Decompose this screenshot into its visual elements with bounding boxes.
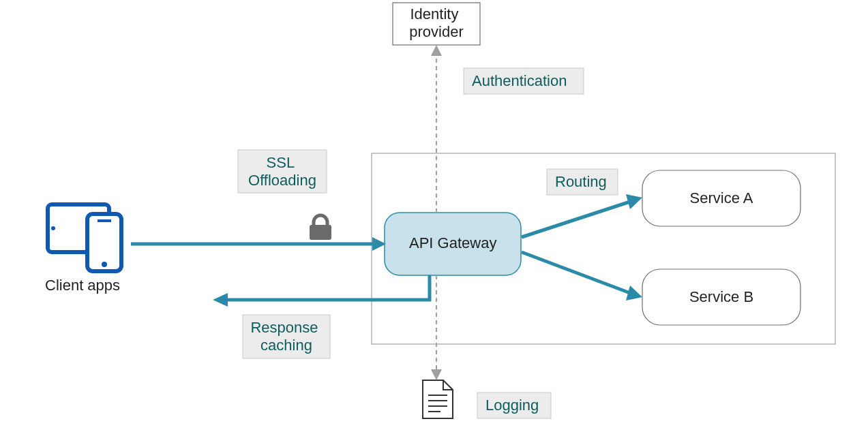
logging-tag: Logging [477,392,551,418]
arrow-client-to-gateway [131,237,386,251]
svg-text:Identity
      provider: Identity provider [409,5,463,40]
lock-icon [310,215,331,240]
svg-marker-32 [431,369,442,380]
arrow-gateway-to-service-b [522,252,642,300]
authentication-tag: Authentication [464,68,584,94]
identity-provider-label-line1: Identity [410,5,458,22]
routing-tag-label: Routing [555,173,607,190]
api-gateway-node: API Gateway [385,213,521,275]
authentication-tag-label: Authentication [472,72,567,89]
service-b-label: Service B [689,288,753,305]
response-caching-line1: Response [250,319,318,336]
svg-marker-27 [626,286,642,300]
svg-marker-23 [372,237,386,251]
ssl-offloading-tag: SSL Offloading [238,150,327,193]
arrow-response-caching [213,275,430,307]
svg-point-15 [102,262,107,267]
identity-provider-node: Identity provider [393,3,480,45]
diagram-canvas: Identity provider Authentication SSL Off… [0,0,868,447]
client-apps-label: Client apps [45,277,120,294]
svg-text:Response
      caching: Response caching [250,319,322,354]
arrow-to-logging [431,275,442,380]
svg-marker-25 [626,194,642,209]
svg-point-13 [51,226,55,230]
api-gateway-label: API Gateway [409,234,496,251]
ssl-tag-line2: Offloading [248,172,316,189]
svg-marker-30 [431,45,442,56]
service-a-label: Service A [690,189,753,206]
response-caching-line2: caching [260,337,312,354]
ssl-tag-line1: SSL [267,154,295,171]
svg-marker-28 [213,293,228,307]
logging-tag-label: Logging [485,397,539,414]
response-caching-tag: Response caching [243,315,330,358]
client-apps-icon [48,204,121,271]
svg-rect-16 [98,219,111,222]
document-icon [423,380,453,418]
arrow-gateway-to-service-a [522,194,642,237]
service-a-node: Service A [642,170,800,226]
service-b-node: Service B [642,269,800,325]
svg-line-26 [522,252,630,293]
svg-line-24 [522,202,630,237]
routing-tag: Routing [547,169,618,195]
identity-provider-label-line2: provider [409,23,463,40]
svg-rect-17 [310,225,331,240]
arrow-to-identity-provider [431,45,442,213]
